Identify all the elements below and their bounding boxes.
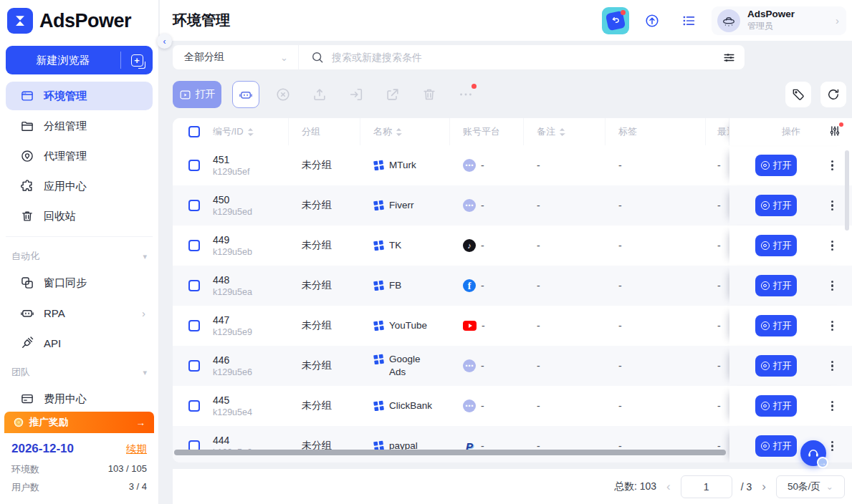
tags-button[interactable] [785,82,811,107]
sidebar-item-proxies[interactable]: 代理管理 [6,142,153,170]
search-input[interactable] [332,52,713,63]
user-menu[interactable]: AdsPower 管理员 › [712,6,846,35]
next-page-button[interactable]: › [760,480,767,494]
export-upload-button[interactable] [307,82,332,107]
open-environment-button[interactable]: 打开 [755,435,797,457]
row-more-menu[interactable] [829,278,836,294]
sidebar-item-apps[interactable]: 应用中心 [6,172,153,200]
quick-launch-button[interactable] [602,7,629,34]
horizontal-scrollbar[interactable] [174,450,726,455]
sync-upload-button[interactable] [638,7,666,34]
row-more-menu[interactable] [829,399,836,414]
env-tag-cell: - [606,386,706,426]
column-settings-button[interactable] [828,125,841,140]
sidebar-item-window-sync[interactable]: 窗口同步 [6,268,153,297]
env-name-cell: TK [360,226,450,266]
proxy-globe-icon [20,149,34,163]
row-checkbox[interactable] [188,280,200,291]
renew-link[interactable]: 续期 [126,442,147,456]
chevron-right-icon: › [142,307,145,319]
env-group-cell: 未分组 [289,386,360,426]
rpa-batch-button[interactable] [232,81,259,108]
env-actions-cell: 打开 [729,306,852,346]
open-environment-button[interactable]: 打开 [755,355,797,377]
sidebar-item-recycle-bin[interactable]: 回收站 [6,202,153,231]
sidebar-collapse-button[interactable]: ‹ [157,34,172,49]
env-group-cell: 未分组 [289,185,360,226]
env-group-cell: 未分组 [289,145,360,185]
open-selected-button[interactable]: 打开 [173,81,221,108]
row-more-menu[interactable] [829,158,836,173]
open-environment-button[interactable]: 打开 [755,155,797,176]
page-input[interactable] [681,475,732,498]
open-environment-button[interactable]: 打开 [755,315,797,336]
table-row[interactable]: 448k129u5ea 未分组 FB - - - - 打开 [173,266,852,306]
env-platform-cell: - [450,306,524,346]
row-more-menu[interactable] [829,439,836,454]
sidebar-item-billing[interactable]: 费用中心 [6,384,153,408]
column-remark[interactable]: 备注 [524,118,606,145]
select-all-checkbox[interactable] [188,126,200,137]
table-row[interactable]: 445k129u5e4 未分组 ClickBank - - - - 打开 [173,386,852,426]
pagination-bar: 总数: 103 ‹ / 3 › 50条/页 ⌄ [173,469,852,504]
column-platform[interactable]: 账号平台 [450,118,524,145]
row-more-menu[interactable] [829,238,836,253]
close-environments-button[interactable] [270,82,296,107]
sidebar-item-api[interactable]: API [6,329,153,357]
open-environment-button[interactable]: 打开 [755,275,797,296]
row-checkbox[interactable] [188,240,200,251]
sidebar-item-rpa[interactable]: RPA › [6,299,153,327]
section-team[interactable]: 团队 ▾ [0,359,158,383]
env-actions-cell: 打开 [729,145,852,185]
table-row[interactable]: 450k129u5ed 未分组 Fiverr - - - - 打开 [173,185,852,226]
table-row[interactable]: 451k129u5ef 未分组 MTurk - - - - 打开 [173,145,852,185]
table-row[interactable]: 444k129u5e2 未分组 paypal - - - - 打开 [173,426,852,462]
promo-banner[interactable]: 推广奖励 → [4,412,154,433]
table-row[interactable]: 447k129u5e9 未分组 YouTube - - - - 打开 [173,306,852,346]
row-checkbox[interactable] [188,320,200,331]
vertical-scrollbar[interactable] [845,150,849,231]
sidebar-item-groups[interactable]: 分组管理 [6,112,153,140]
advanced-filter-button[interactable] [713,45,745,69]
row-checkbox[interactable] [188,400,200,412]
tiktok-icon [463,239,476,252]
env-platform-cell: - [450,426,524,462]
close-circle-icon [275,87,291,102]
column-last-open[interactable]: 最近打开 [706,118,729,145]
open-environment-button[interactable]: 打开 [755,395,797,417]
column-group[interactable]: 分组 [289,118,360,145]
group-select[interactable]: 全部分组 ⌄ [173,45,299,69]
browser-window-icon [20,89,34,103]
row-checkbox[interactable] [188,160,200,171]
column-id[interactable]: 编号/ID [201,118,289,145]
row-more-menu[interactable] [829,198,836,213]
row-more-menu[interactable] [829,359,836,374]
env-actions-cell: 打开 [729,346,852,386]
open-environment-button[interactable]: 打开 [755,235,797,256]
batch-create-button[interactable]: + [121,54,153,67]
section-automation[interactable]: 自动化 ▾ [0,243,158,267]
row-checkbox[interactable] [188,200,200,211]
task-list-button[interactable] [675,7,702,34]
column-name[interactable]: 名称 [360,118,450,145]
table-body: 451k129u5ef 未分组 MTurk - - - - 打开 450k129… [173,145,852,462]
coin-icon [13,417,24,428]
page-size-select[interactable]: 50条/页 ⌄ [776,475,845,498]
column-tags[interactable]: 标签 [606,118,706,145]
refresh-button[interactable] [820,82,846,107]
subscription-panel: 推广奖励 → 2026-12-10 续期 环境数103 / 105 用户数3 /… [0,412,158,504]
row-more-menu[interactable] [829,319,836,334]
delete-button[interactable] [416,82,442,107]
table-row[interactable]: 446k129u5e6 未分组 Google Ads - - - - 打开 [173,346,852,386]
env-tag-cell: - [606,145,706,185]
sidebar-item-environments[interactable]: 环境管理 [6,82,153,110]
move-to-group-button[interactable] [343,82,369,107]
row-checkbox[interactable] [188,360,200,372]
new-browser-button[interactable]: 新建浏览器 + [6,46,153,74]
prev-page-button[interactable]: ‹ [665,480,672,494]
table-row[interactable]: 449k129u5eb 未分组 TK - - - - 打开 [173,226,852,266]
more-actions-button[interactable] [453,82,479,107]
support-button[interactable]: → [800,440,826,466]
open-environment-button[interactable]: 打开 [755,195,797,216]
share-button[interactable] [380,82,406,107]
